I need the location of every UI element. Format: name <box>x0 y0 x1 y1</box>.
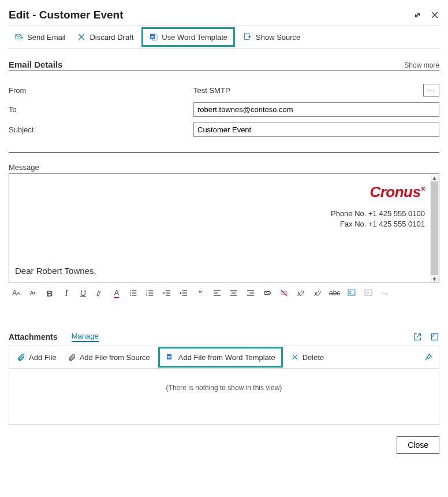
discard-icon <box>77 32 86 42</box>
clear-format-icon[interactable] <box>363 288 374 298</box>
align-right-icon[interactable] <box>245 288 256 298</box>
subject-label: Subject <box>9 125 193 134</box>
delete-label: Delete <box>303 353 324 362</box>
scroll-thumb[interactable] <box>431 181 438 275</box>
show-source-label: Show Source <box>256 33 300 42</box>
scroll-up-icon[interactable]: ▲ <box>430 174 439 181</box>
number-list-icon[interactable]: 123 <box>145 288 155 298</box>
strikethrough-icon[interactable]: abc <box>329 288 340 298</box>
page-title: Edit - Customer Event <box>9 9 123 21</box>
discard-draft-label: Discard Draft <box>89 33 133 42</box>
svg-rect-8 <box>132 292 136 293</box>
subscript-icon[interactable]: x2 <box>312 288 323 298</box>
decrease-font-icon[interactable]: A▾ <box>28 288 38 298</box>
add-file-from-source-label: Add File from Source <box>80 353 150 362</box>
show-source-button[interactable]: Show Source <box>237 29 306 45</box>
align-center-icon[interactable] <box>229 288 239 298</box>
font-color-icon[interactable]: A <box>111 288 122 298</box>
svg-rect-18 <box>166 292 170 293</box>
add-file-from-source-button[interactable]: Add File from Source <box>62 348 156 366</box>
highlight-icon[interactable] <box>95 288 105 298</box>
popout-icon[interactable] <box>430 332 439 342</box>
more-options-icon[interactable]: ··· <box>380 288 390 298</box>
svg-rect-20 <box>182 290 187 291</box>
attach-icon <box>17 353 25 362</box>
align-left-icon[interactable] <box>212 288 222 298</box>
from-lookup-button[interactable]: ··· <box>423 84 439 97</box>
to-input[interactable] <box>193 102 439 117</box>
increase-font-icon[interactable]: AA <box>11 288 21 298</box>
italic-icon[interactable]: I <box>61 288 72 298</box>
bullet-list-icon[interactable] <box>128 288 139 298</box>
discard-draft-button[interactable]: Discard Draft <box>71 29 139 45</box>
superscript-icon[interactable]: x2 <box>296 288 306 298</box>
message-label: Message <box>9 163 439 172</box>
svg-rect-28 <box>230 295 237 295</box>
svg-rect-25 <box>214 295 221 295</box>
link-icon[interactable] <box>262 288 272 298</box>
from-label: From <box>9 86 193 95</box>
svg-point-5 <box>130 290 131 291</box>
svg-rect-24 <box>214 292 218 293</box>
use-word-template-label: Use Word Template <box>162 33 227 42</box>
svg-point-33 <box>350 291 351 292</box>
svg-point-9 <box>130 295 131 296</box>
svg-rect-27 <box>232 292 236 293</box>
svg-rect-35 <box>432 334 438 340</box>
to-label: To <box>9 105 193 114</box>
svg-rect-23 <box>214 290 221 291</box>
share-icon[interactable] <box>413 332 422 342</box>
svg-rect-16 <box>148 295 153 295</box>
delete-button[interactable]: Delete <box>285 349 330 366</box>
scrollbar[interactable]: ▲ ▼ <box>430 174 439 283</box>
attachments-empty-text: (There is nothing to show in this view) <box>9 369 439 425</box>
add-file-button[interactable]: Add File <box>12 348 62 366</box>
attach-source-icon <box>68 353 76 362</box>
svg-text:W: W <box>167 355 171 359</box>
phone-line: Phone No. +1 425 555 0100 <box>331 209 425 219</box>
mail-send-icon <box>14 32 24 42</box>
svg-point-7 <box>130 292 131 294</box>
svg-text:3: 3 <box>146 294 148 296</box>
outdent-icon[interactable] <box>162 288 172 298</box>
show-more-link[interactable]: Show more <box>404 61 439 69</box>
svg-rect-10 <box>132 295 136 295</box>
delete-icon <box>291 353 299 361</box>
pin-icon[interactable] <box>424 353 433 362</box>
unlink-icon[interactable] <box>279 288 289 298</box>
expand-icon[interactable] <box>413 10 422 20</box>
attachments-heading: Attachments <box>9 332 58 342</box>
add-file-from-word-label: Add File from Word Template <box>178 353 275 362</box>
use-word-template-button[interactable]: W Use Word Template <box>141 27 235 47</box>
svg-rect-17 <box>166 290 170 291</box>
subject-input[interactable] <box>193 123 439 137</box>
fax-line: Fax No. +1 425 555 0101 <box>331 219 425 229</box>
bold-icon[interactable]: B <box>44 288 55 298</box>
add-file-from-word-button[interactable]: W Add File from Word Template <box>158 347 283 368</box>
quote-icon[interactable]: ” <box>195 288 206 298</box>
image-icon[interactable] <box>346 288 357 298</box>
svg-rect-30 <box>250 292 254 293</box>
svg-rect-6 <box>132 290 136 291</box>
from-value: Test SMTP <box>193 86 230 95</box>
manage-link[interactable]: Manage <box>72 332 99 342</box>
close-icon[interactable] <box>430 10 439 20</box>
svg-rect-29 <box>247 290 254 291</box>
brand-logo: Cronus® <box>369 183 425 201</box>
underline-icon[interactable]: U <box>78 288 88 298</box>
svg-rect-22 <box>182 295 187 295</box>
scroll-down-icon[interactable]: ▼ <box>430 275 439 283</box>
send-email-button[interactable]: Send Email <box>9 29 71 45</box>
send-email-label: Send Email <box>27 33 65 42</box>
show-source-icon <box>243 32 252 42</box>
svg-text:W: W <box>151 35 155 39</box>
svg-rect-19 <box>166 295 170 295</box>
indent-icon[interactable] <box>178 288 189 298</box>
message-editor[interactable]: Cronus® Phone No. +1 425 555 0100 Fax No… <box>9 173 439 283</box>
svg-rect-31 <box>247 295 254 295</box>
greeting-text: Dear Robert Townes, <box>15 266 96 276</box>
email-details-heading: Email Details <box>9 60 62 69</box>
close-button[interactable]: Close <box>397 436 439 454</box>
editor-toolbar: AA A▾ B I U A 123 ” x2 x2 abc ··· <box>9 283 439 303</box>
svg-rect-26 <box>230 290 237 291</box>
